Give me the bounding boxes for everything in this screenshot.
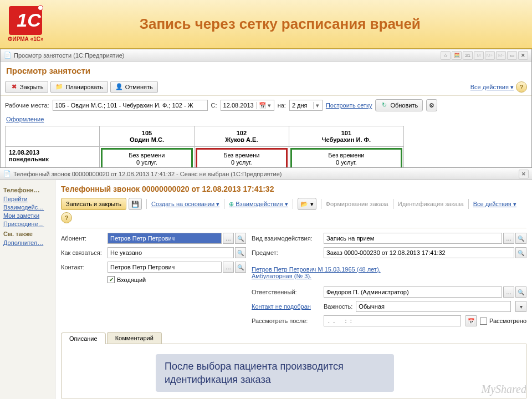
- calendar-icon[interactable]: 📅: [466, 315, 477, 326]
- person-icon: 👤: [115, 83, 123, 91]
- zoom2-icon[interactable]: M+: [485, 51, 495, 60]
- priority-input[interactable]: [356, 301, 511, 312]
- build-grid-link[interactable]: Построить сетку: [326, 102, 372, 109]
- logo-subtitle: ФИРМА «1С»: [8, 36, 44, 42]
- nav-interactions[interactable]: Взаимодейс…: [3, 204, 52, 211]
- no-contact-link[interactable]: Контакт не подобран: [252, 303, 318, 310]
- refresh-button[interactable]: ↻Обновить: [375, 99, 423, 111]
- filter-row: Рабочие места: С: 12.08.2013📅▾ на: 2 дня…: [1, 96, 531, 115]
- window1-titlebar: 📄 Просмотр занятости (1С:Предприятие) ☆ …: [1, 49, 531, 62]
- magnify-icon[interactable]: 🔍: [235, 247, 246, 258]
- nav-group-1: Телефонн…: [3, 187, 52, 193]
- nav-group-2: См. также: [3, 231, 52, 237]
- lookup-icon[interactable]: …: [223, 233, 234, 244]
- save-button[interactable]: 💾: [129, 198, 142, 210]
- tab-comment[interactable]: Комментарий: [107, 332, 162, 344]
- tab-bar: Описание Комментарий: [61, 332, 526, 344]
- lookup-icon[interactable]: …: [503, 233, 514, 244]
- interactions-link[interactable]: ⊕ Взаимодействия ▾: [229, 201, 288, 208]
- plan-button[interactable]: 📁Планировать: [50, 81, 108, 93]
- folder-icon: 📁: [55, 83, 63, 91]
- cancel-button[interactable]: 👤Отменять: [110, 81, 158, 93]
- lbl-how: Как связаться:: [61, 249, 102, 256]
- date-from-field[interactable]: 12.08.2013📅▾: [221, 100, 274, 111]
- incoming-checkbox[interactable]: ✔ Входящий: [108, 276, 246, 283]
- toolbar2: Записать и закрыть 💾 Создать на основани…: [61, 197, 526, 228]
- window-occupancy: 📄 Просмотр занятости (1С:Предприятие) ☆ …: [0, 49, 532, 177]
- callout-note: После выбора пациента производится идент…: [156, 354, 394, 392]
- reviewed-checkbox[interactable]: Рассмотрено: [480, 318, 526, 325]
- dropdown-icon[interactable]: ▾: [265, 102, 274, 109]
- logo-1c: ФИРМА «1С»: [8, 6, 44, 42]
- workplaces-input[interactable]: [53, 100, 208, 111]
- app-icon: 📄: [3, 170, 11, 178]
- lbl-subject: Предмет:: [252, 249, 318, 256]
- lbl-contact: Контакт:: [61, 264, 102, 270]
- review-after-input[interactable]: [324, 315, 461, 326]
- plus-icon: ⊕: [229, 201, 234, 207]
- zoom-icon[interactable]: M: [474, 51, 484, 60]
- days-field[interactable]: 2 дня▾: [289, 100, 323, 111]
- magnify-icon[interactable]: 🔍: [515, 287, 526, 298]
- lbl-kind: Вид взаимодействия:: [252, 235, 318, 242]
- all-actions-link-2[interactable]: Все действия ▾: [473, 201, 516, 208]
- lookup-icon[interactable]: …: [503, 287, 514, 298]
- nav-goto[interactable]: Перейти: [3, 196, 52, 202]
- calc-icon[interactable]: 🧮: [452, 51, 462, 60]
- patient-link-1[interactable]: Петров Петр Петрович М 15.03.1965 (48 ле…: [252, 266, 381, 273]
- magnify-icon[interactable]: 🔍: [515, 233, 526, 244]
- folder-button[interactable]: 📂 ▾: [298, 198, 316, 210]
- close-icon[interactable]: ✕: [519, 170, 529, 178]
- schedule-grid: 105Овдин М.С. 102Жуков А.Е. 101Чебурахин…: [5, 126, 404, 172]
- zoom3-icon[interactable]: M-: [496, 51, 506, 60]
- close-button[interactable]: ✖Закрыть: [5, 81, 48, 93]
- magnify-icon[interactable]: 🔍: [235, 233, 246, 244]
- lookup-icon[interactable]: …: [223, 262, 234, 273]
- settings-button[interactable]: ⚙: [426, 99, 437, 111]
- col-head-2: 102Жуков А.Е.: [194, 126, 289, 147]
- magnify-icon[interactable]: 🔍: [235, 262, 246, 273]
- lbl-after: Рассмотреть после:: [252, 318, 318, 324]
- app-icon: 📄: [4, 52, 12, 59]
- contact-input[interactable]: [108, 262, 222, 273]
- nav-additional[interactable]: Дополнител…: [3, 239, 52, 246]
- lbl-workplaces: Рабочие места:: [5, 102, 49, 109]
- window1-title: Просмотр занятости (1С:Предприятие): [14, 52, 125, 59]
- slide-header: ФИРМА «1С» Запись через сетку расписания…: [0, 0, 532, 49]
- window2-title: Телефонный звонок 00000000020 от 12.08.2…: [13, 171, 282, 177]
- create-on-basis-link[interactable]: Создать на основании ▾: [151, 201, 219, 208]
- tab-description[interactable]: Описание: [61, 332, 106, 344]
- col-head-3: 101Чебурахин И. Ф.: [289, 126, 403, 147]
- dropdown-icon[interactable]: ▾: [515, 301, 526, 312]
- save-close-button[interactable]: Записать и закрыть: [61, 198, 126, 210]
- description-area[interactable]: После выбора пациента производится идент…: [61, 344, 526, 398]
- magnify-icon[interactable]: 🔍: [515, 247, 526, 258]
- gear-icon: ⚙: [429, 102, 434, 109]
- favorite-icon[interactable]: ☆: [441, 51, 451, 60]
- patient-link-2[interactable]: Амбулаторная (№ 3).: [252, 273, 311, 279]
- close-icon[interactable]: ✕: [518, 51, 528, 60]
- owner-input[interactable]: [324, 287, 502, 298]
- lbl-owner: Ответственный:: [252, 289, 318, 295]
- nav-notes[interactable]: Мои заметки: [3, 212, 52, 219]
- min-icon[interactable]: ▭: [507, 51, 517, 60]
- how-input[interactable]: [108, 247, 234, 258]
- help-icon[interactable]: ?: [61, 212, 72, 223]
- nav-attach[interactable]: Присоедине…: [3, 221, 52, 227]
- lbl-from: С:: [211, 102, 217, 109]
- calendar-icon[interactable]: 31: [463, 51, 473, 60]
- watermark: MyShared: [482, 383, 526, 396]
- dropdown-icon[interactable]: ▾: [313, 102, 322, 109]
- unchecked-icon: [480, 318, 487, 325]
- abonent-input[interactable]: [108, 233, 222, 244]
- lbl-abonent: Абонент:: [61, 235, 102, 242]
- subject-input[interactable]: [324, 247, 514, 258]
- kind-input[interactable]: [324, 233, 502, 244]
- calendar-drop-icon[interactable]: 📅: [256, 102, 265, 109]
- all-actions-link[interactable]: Все действия ▾: [470, 84, 514, 91]
- lbl-for: на:: [278, 102, 286, 109]
- design-link[interactable]: Оформление: [6, 116, 44, 122]
- col-head-1: 105Овдин М.С.: [100, 126, 195, 147]
- window-phonecall: 📄 Телефонный звонок 00000000020 от 12.08…: [0, 167, 532, 399]
- help-icon[interactable]: ?: [516, 81, 527, 93]
